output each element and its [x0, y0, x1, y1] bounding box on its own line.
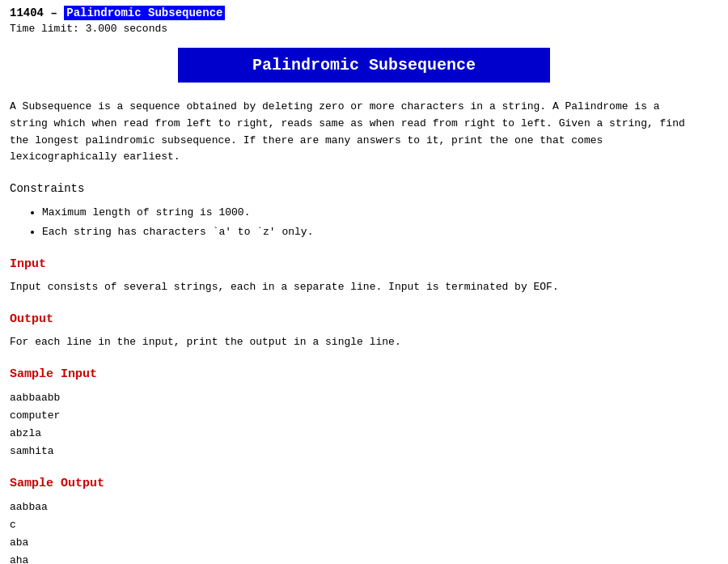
- input-section-text: Input consists of several strings, each …: [10, 279, 718, 296]
- dash: –: [44, 6, 64, 19]
- sample-input-data: aabbaabb computer abzla samhita: [10, 389, 718, 460]
- output-section-text: For each line in the input, print the ou…: [10, 334, 718, 351]
- page-title-line: 11404 – Palindromic Subsequence: [10, 6, 718, 19]
- sample-output-data: aabbaa c aba aha: [10, 498, 718, 564]
- constraints-list: Maximum length of string is 1000. Each s…: [10, 203, 718, 241]
- problem-title-link[interactable]: Palindromic Subsequence: [64, 6, 225, 20]
- output-section-title: Output: [10, 312, 718, 326]
- sample-input-title: Sample Input: [10, 367, 718, 381]
- constraint-item-2: Each string has characters `a' to `z' on…: [42, 223, 718, 241]
- time-limit: Time limit: 3.000 seconds: [10, 23, 718, 35]
- problem-title-box: Palindromic Subsequence: [178, 48, 550, 83]
- time-limit-value: 3.000 seconds: [86, 23, 167, 35]
- constraints-title: Constraints: [10, 182, 718, 195]
- problem-number: 11404: [10, 6, 44, 19]
- sample-output-title: Sample Output: [10, 477, 718, 490]
- time-limit-label: Time limit:: [10, 23, 79, 35]
- problem-description: A Subsequence is a sequence obtained by …: [10, 99, 718, 166]
- input-section-title: Input: [10, 257, 718, 271]
- constraint-item-1: Maximum length of string is 1000.: [42, 203, 718, 222]
